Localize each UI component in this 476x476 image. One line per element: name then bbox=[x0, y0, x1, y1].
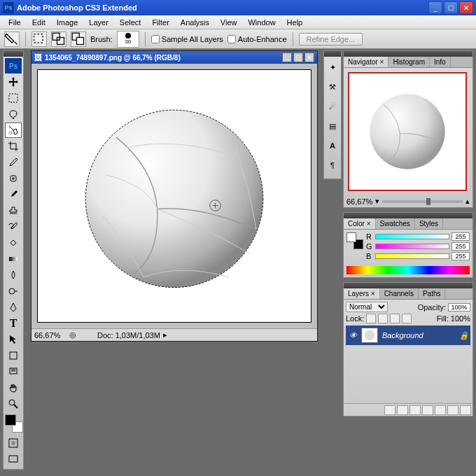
doc-close-button[interactable]: × bbox=[304, 52, 314, 62]
quick-selection-tool[interactable] bbox=[5, 122, 22, 138]
menu-help[interactable]: Help bbox=[281, 17, 309, 28]
eyedropper-tool[interactable] bbox=[5, 155, 22, 170]
menu-window[interactable]: Window bbox=[242, 17, 281, 28]
r-value[interactable]: 255 bbox=[451, 232, 470, 241]
menu-view[interactable]: View bbox=[215, 17, 243, 28]
tab-layers[interactable]: Layers × bbox=[344, 288, 380, 299]
dodge-tool[interactable] bbox=[5, 284, 22, 299]
crop-tool[interactable] bbox=[5, 139, 22, 154]
add-selection-icon[interactable] bbox=[51, 31, 66, 47]
fill-value[interactable]: 100% bbox=[451, 314, 470, 323]
maximize-button[interactable]: □ bbox=[444, 1, 458, 14]
gradient-tool[interactable] bbox=[5, 251, 22, 267]
lock-image-icon[interactable] bbox=[378, 314, 388, 323]
clone-source-icon[interactable]: ⚒ bbox=[326, 79, 340, 94]
sample-all-checkbox[interactable]: Sample All Layers bbox=[151, 35, 223, 43]
auto-enhance-checkbox[interactable]: Auto-Enhance bbox=[227, 35, 287, 43]
zoom-in-icon[interactable]: ▴ bbox=[465, 197, 470, 206]
color-spectrum[interactable] bbox=[346, 266, 470, 274]
tab-histogram[interactable]: Histogram bbox=[388, 57, 430, 67]
svg-point-9 bbox=[9, 288, 15, 294]
blur-tool[interactable] bbox=[5, 267, 22, 283]
menu-select[interactable]: Select bbox=[114, 17, 147, 28]
menu-filter[interactable]: Filter bbox=[146, 17, 174, 28]
opacity-value[interactable]: 100% bbox=[448, 303, 470, 312]
eraser-tool[interactable] bbox=[5, 235, 22, 251]
subtract-selection-icon[interactable] bbox=[71, 31, 86, 47]
menu-analysis[interactable]: Analysis bbox=[175, 17, 215, 28]
tab-info[interactable]: Info bbox=[430, 57, 451, 67]
link-layers-icon[interactable] bbox=[384, 405, 396, 415]
new-layer-icon[interactable] bbox=[447, 405, 458, 415]
quick-mask-icon[interactable] bbox=[5, 435, 22, 451]
zoom-slider[interactable] bbox=[382, 200, 463, 203]
brush-preview[interactable]: 30 bbox=[117, 31, 139, 48]
layer-mask-icon[interactable] bbox=[410, 405, 421, 415]
status-icon[interactable]: ◎ bbox=[69, 330, 76, 340]
minimize-button[interactable]: _ bbox=[428, 1, 442, 14]
paragraph-icon[interactable]: ¶ bbox=[326, 158, 340, 173]
b-slider[interactable] bbox=[375, 253, 449, 259]
adjustment-layer-icon[interactable] bbox=[422, 405, 433, 415]
layer-row-background[interactable]: 👁 Background 🔒 bbox=[346, 326, 470, 345]
g-slider[interactable] bbox=[375, 244, 449, 249]
notes-tool[interactable] bbox=[5, 364, 22, 379]
layer-group-icon[interactable] bbox=[435, 405, 446, 415]
brush-tool[interactable] bbox=[5, 187, 22, 202]
tab-styles[interactable]: Styles bbox=[415, 218, 443, 229]
canvas[interactable] bbox=[37, 69, 312, 323]
pen-tool[interactable] bbox=[5, 300, 22, 315]
menu-image[interactable]: Image bbox=[51, 17, 84, 28]
layer-style-icon[interactable] bbox=[397, 405, 408, 415]
type-tool[interactable]: T bbox=[5, 316, 22, 331]
document-titlebar[interactable]: 🖼 1354065_74890897.png @ 66,7% (RGB/8) _… bbox=[31, 51, 317, 64]
tab-paths[interactable]: Paths bbox=[419, 288, 446, 299]
visibility-icon[interactable]: 👁 bbox=[347, 330, 358, 341]
lock-position-icon[interactable] bbox=[390, 314, 400, 323]
menu-edit[interactable]: Edit bbox=[27, 17, 51, 28]
tab-channels[interactable]: Channels bbox=[380, 288, 419, 299]
history-brush-tool[interactable] bbox=[5, 219, 22, 234]
lasso-tool[interactable] bbox=[5, 106, 22, 122]
path-selection-tool[interactable] bbox=[5, 332, 22, 347]
b-value[interactable]: 255 bbox=[451, 252, 470, 260]
screen-mode-icon[interactable] bbox=[5, 451, 22, 467]
character-icon[interactable]: A bbox=[326, 138, 340, 153]
zoom-level[interactable]: 66,67% bbox=[34, 331, 69, 340]
zoom-out-icon[interactable]: ▾ bbox=[375, 197, 379, 206]
shape-tool[interactable] bbox=[5, 348, 22, 363]
doc-minimize-button[interactable]: _ bbox=[282, 52, 292, 62]
healing-tool[interactable] bbox=[5, 171, 22, 186]
new-selection-icon[interactable] bbox=[31, 31, 47, 47]
layer-comps-icon[interactable]: ▤ bbox=[326, 118, 340, 134]
move-tool[interactable] bbox=[5, 74, 22, 90]
tab-swatches[interactable]: Swatches bbox=[376, 218, 415, 229]
navigator-thumbnail[interactable] bbox=[348, 72, 467, 191]
nav-zoom-value[interactable]: 66,67% bbox=[346, 197, 372, 206]
tab-navigator[interactable]: Navigator × bbox=[344, 57, 388, 67]
color-panel: Color × Swatches Styles R255 G255 B255 bbox=[343, 212, 473, 278]
color-swatch-mini[interactable] bbox=[346, 232, 363, 249]
brushes-icon[interactable]: ✦ bbox=[326, 59, 340, 75]
marquee-tool[interactable] bbox=[5, 90, 22, 106]
close-button[interactable]: × bbox=[459, 1, 473, 14]
r-slider[interactable] bbox=[375, 234, 449, 239]
blend-mode-select[interactable]: Normal bbox=[346, 302, 388, 312]
color-swatch[interactable] bbox=[5, 414, 23, 433]
hand-tool[interactable] bbox=[5, 380, 22, 396]
delete-layer-icon[interactable] bbox=[460, 405, 471, 415]
refine-edge-button[interactable]: Refine Edge... bbox=[299, 33, 363, 46]
lock-transparent-icon[interactable] bbox=[366, 314, 376, 323]
tool-preset-icon[interactable] bbox=[4, 31, 20, 47]
lock-all-icon[interactable] bbox=[402, 314, 412, 323]
menu-layer[interactable]: Layer bbox=[83, 17, 114, 28]
tool-presets-icon[interactable]: ☄ bbox=[326, 99, 340, 114]
g-value[interactable]: 255 bbox=[451, 242, 470, 251]
doc-maximize-button[interactable]: □ bbox=[293, 52, 303, 62]
status-arrow-icon[interactable]: ▸ bbox=[163, 330, 167, 340]
tab-color[interactable]: Color × bbox=[344, 218, 376, 229]
foreground-color[interactable] bbox=[5, 414, 16, 426]
zoom-tool[interactable] bbox=[5, 396, 22, 412]
stamp-tool[interactable] bbox=[5, 203, 22, 218]
menu-file[interactable]: File bbox=[3, 17, 27, 28]
